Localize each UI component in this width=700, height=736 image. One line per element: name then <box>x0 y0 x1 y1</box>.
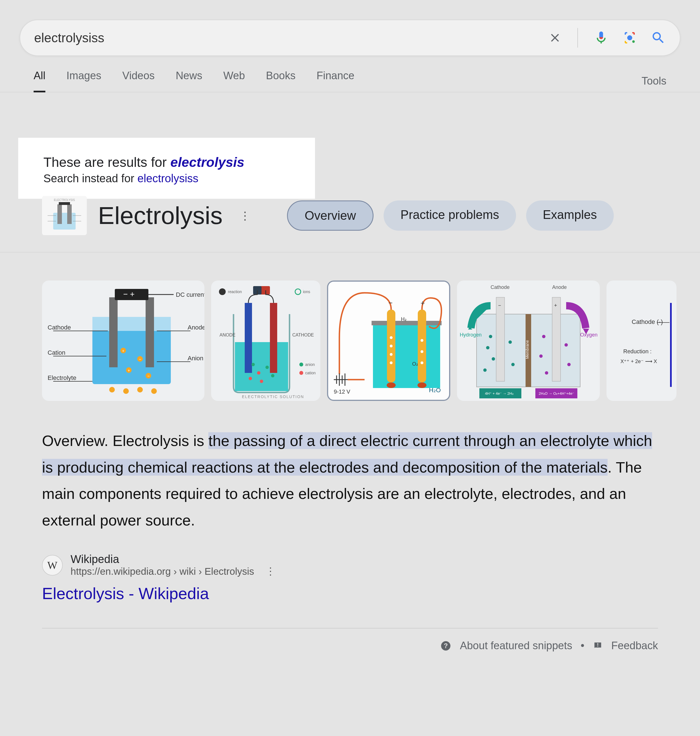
about-snippets-link[interactable]: About featured snippets <box>460 640 572 652</box>
original-query-link[interactable]: electrolysiss <box>137 172 199 185</box>
tab-finance[interactable]: Finance <box>316 70 354 93</box>
svg-text:+: + <box>554 303 557 308</box>
svg-text:−: − <box>388 299 393 307</box>
svg-point-60 <box>299 371 303 375</box>
spell-prefix: These are results for <box>43 155 171 170</box>
image-search-icon[interactable] <box>622 30 637 46</box>
search-bar[interactable] <box>20 20 680 56</box>
svg-text:Anode: Anode <box>552 284 567 290</box>
svg-point-45 <box>295 289 301 295</box>
svg-point-109 <box>567 363 571 366</box>
svg-rect-94 <box>552 297 560 381</box>
svg-point-101 <box>486 346 490 350</box>
tab-videos[interactable]: Videos <box>122 70 155 93</box>
help-icon[interactable]: ? <box>440 640 451 651</box>
clear-icon[interactable] <box>548 31 562 44</box>
voice-search-icon[interactable] <box>594 30 609 46</box>
svg-point-108 <box>539 354 543 358</box>
svg-rect-64 <box>372 321 441 325</box>
svg-point-53 <box>257 371 260 375</box>
tab-all[interactable]: All <box>34 70 46 93</box>
spelling-suggestion: These are results for electrolysis Searc… <box>18 138 315 199</box>
svg-text:Anion: Anion <box>188 355 203 362</box>
svg-point-56 <box>271 374 274 378</box>
tab-news[interactable]: News <box>176 70 202 93</box>
svg-text:+: + <box>128 368 130 373</box>
svg-text:4H⁺ + 4e⁻ → 2H₂: 4H⁺ + 4e⁻ → 2H₂ <box>485 391 513 395</box>
svg-text:ELECTROLYSIS: ELECTROLYSIS <box>54 198 75 201</box>
svg-point-55 <box>249 377 252 380</box>
svg-text:!: ! <box>597 642 599 648</box>
svg-text:Hydrogen: Hydrogen <box>460 332 482 338</box>
feedback-link[interactable]: Feedback <box>611 640 658 652</box>
svg-point-106 <box>542 335 546 338</box>
svg-text:Cathode (-): Cathode (-) <box>632 318 663 325</box>
source-name: Wikipedia <box>71 553 275 566</box>
svg-point-37 <box>109 387 115 392</box>
tab-images[interactable]: Images <box>66 70 101 93</box>
snippet-pre: Overview. Electrolysis is <box>42 432 208 449</box>
svg-rect-6 <box>59 202 70 205</box>
svg-text:−  +: − + <box>123 290 134 298</box>
svg-point-40 <box>151 388 157 394</box>
image-result-5[interactable]: Cathode (-) Reduction : X⁺⁺ + 2e⁻ ⟶ X <box>606 281 676 401</box>
topic-title: Electrolysis <box>98 201 223 230</box>
result-title-link[interactable]: Electrolysis - Wikipedia <box>42 584 658 603</box>
svg-point-102 <box>492 357 495 361</box>
svg-point-107 <box>565 343 568 347</box>
topic-thumbnail[interactable]: ELECTROLYSIS <box>42 196 87 235</box>
featured-snippet-text: Overview. Electrolysis is the passing of… <box>42 427 658 533</box>
tab-web[interactable]: Web <box>223 70 245 93</box>
svg-text:Membrane: Membrane <box>525 340 529 359</box>
svg-text:9-12 V: 9-12 V <box>334 389 351 395</box>
chip-examples[interactable]: Examples <box>526 200 614 231</box>
svg-text:ELECTROLYTIC  SOLUTION: ELECTROLYTIC SOLUTION <box>242 394 304 399</box>
search-instead-prefix: Search instead for <box>43 172 137 185</box>
svg-point-38 <box>123 388 129 394</box>
svg-rect-12 <box>93 317 171 331</box>
chip-overview[interactable]: Overview <box>287 200 374 231</box>
svg-rect-5 <box>67 204 72 224</box>
svg-text:ions: ions <box>303 289 310 294</box>
tab-books[interactable]: Books <box>266 70 296 93</box>
svg-point-0 <box>627 35 632 40</box>
svg-rect-4 <box>57 204 62 224</box>
svg-rect-3 <box>53 213 76 229</box>
svg-rect-13 <box>109 297 118 367</box>
svg-point-105 <box>483 369 487 372</box>
svg-text:anion: anion <box>305 362 315 367</box>
snippet-footer: ? About featured snippets • ! Feedback <box>0 640 658 652</box>
svg-text:+: + <box>421 299 425 307</box>
svg-text:ANODE: ANODE <box>219 333 235 337</box>
svg-text:CATHODE: CATHODE <box>292 333 314 337</box>
search-icon[interactable] <box>651 30 666 46</box>
tools-button[interactable]: Tools <box>641 75 666 87</box>
image-results-row: − + DC current Cathode Anode Cation Anio… <box>42 281 658 401</box>
image-result-3[interactable]: − + 9-12 V H₂ O₂ H₂O <box>327 281 450 401</box>
svg-point-87 <box>421 361 424 364</box>
search-input[interactable] <box>34 30 548 46</box>
dot-separator: • <box>581 640 584 652</box>
svg-point-83 <box>390 353 393 356</box>
feedback-flag-icon[interactable]: ! <box>593 641 603 651</box>
topic-more-icon[interactable]: ⋮ <box>240 209 251 222</box>
svg-point-84 <box>390 361 393 364</box>
svg-rect-49 <box>270 303 277 373</box>
corrected-query-link[interactable]: electrolysis <box>171 155 244 170</box>
svg-text:2H₂O → O₂+4H⁺+4e⁻: 2H₂O → O₂+4H⁺+4e⁻ <box>539 391 574 395</box>
svg-rect-93 <box>496 297 504 381</box>
svg-point-85 <box>421 339 424 342</box>
image-result-4[interactable]: Cathode Anode Membrane − + Hydrogen Oxyg… <box>457 281 600 401</box>
svg-point-82 <box>390 345 393 347</box>
svg-rect-48 <box>245 303 252 373</box>
svg-point-57 <box>260 380 263 383</box>
svg-text:Anode: Anode <box>188 324 204 331</box>
image-result-2[interactable]: reaction ions ANODE CATHODE anion cation… <box>211 281 320 401</box>
image-result-1[interactable]: − + DC current Cathode Anode Cation Anio… <box>42 281 204 401</box>
svg-point-54 <box>265 366 269 369</box>
source-more-icon[interactable]: ⋮ <box>265 566 275 577</box>
divider <box>42 628 658 629</box>
wikipedia-favicon: W <box>42 555 63 576</box>
chip-practice[interactable]: Practice problems <box>384 200 516 231</box>
svg-text:Cathode: Cathode <box>48 324 71 331</box>
